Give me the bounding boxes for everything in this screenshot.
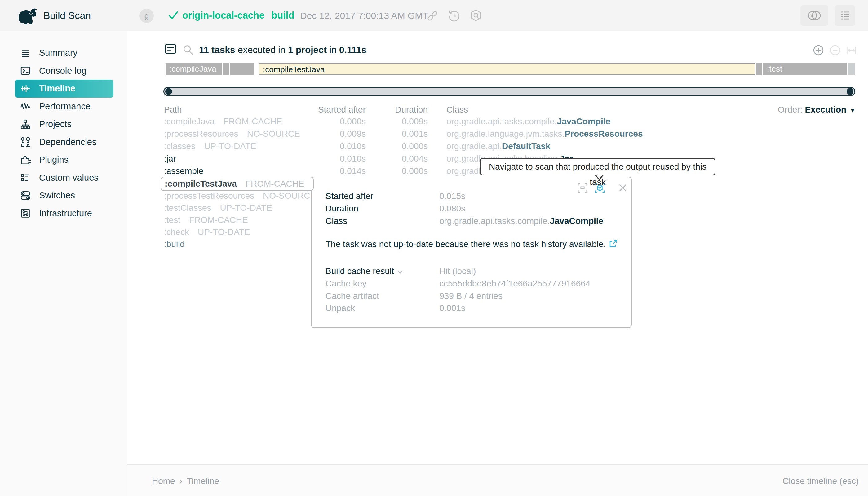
- app-title: Build Scan: [43, 10, 91, 21]
- col-duration: Duration: [372, 105, 428, 115]
- task-bar-compileJava[interactable]: :compileJava: [166, 63, 222, 75]
- timeline-range-slider[interactable]: [164, 87, 855, 96]
- table-header: Path Started after Duration Class Order:…: [164, 105, 868, 116]
- table-row[interactable]: :classesUP-TO-DATE 0.010s0.000s org.grad…: [164, 140, 868, 153]
- build-name: origin-local-cache: [182, 10, 264, 21]
- task-bar-segment[interactable]: [756, 63, 762, 75]
- tooltip: Navigate to scan that produced the outpu…: [480, 158, 715, 175]
- sidebar-item-switches[interactable]: Switches: [15, 187, 113, 205]
- history-icon[interactable]: [447, 9, 461, 23]
- panel-field-unpack: Unpack 0.001s: [326, 303, 625, 313]
- panel-field-duration: Duration 0.080s: [326, 203, 625, 214]
- panel-field-class: Class org.gradle.api.tasks.compile.JavaC…: [326, 216, 625, 226]
- page-title: 11 tasks executed in 1 project in 0.111s: [199, 45, 367, 55]
- table-row[interactable]: :compileJavaFROM-CACHE 0.000s0.009s org.…: [164, 115, 868, 128]
- zoom-out-icon[interactable]: [830, 45, 841, 56]
- task-bar-compileTestJava-selected[interactable]: :compileTestJava: [259, 63, 755, 75]
- switches-icon: [20, 190, 31, 201]
- infrastructure-icon: [20, 208, 31, 219]
- task-list-icon: [164, 43, 177, 55]
- gradle-elephant-logo: [17, 5, 38, 25]
- avatar[interactable]: g: [140, 9, 154, 23]
- status-badge: FROM-CACHE: [246, 179, 305, 188]
- task-detail-panel: Started after 0.015s Duration 0.080s Cla…: [311, 177, 632, 328]
- task-bar-segment[interactable]: [223, 63, 229, 75]
- breadcrumb-current: Timeline: [187, 476, 219, 486]
- panel-field-started-after: Started after 0.015s: [326, 191, 625, 202]
- sidebar-item-custom-values[interactable]: Custom values: [15, 169, 113, 187]
- sidebar-item-infrastructure[interactable]: Infrastructure: [15, 205, 113, 222]
- sidebar-item-dependencies[interactable]: Dependencies: [15, 133, 113, 151]
- build-timestamp: Dec 12, 2017 7:00:13 AM GMT: [300, 11, 429, 21]
- sidebar-item-console-log[interactable]: Console log: [15, 62, 113, 80]
- share-link-icon[interactable]: [425, 9, 439, 23]
- close-timeline-link[interactable]: Close timeline (esc): [782, 476, 859, 486]
- scan-search-icon[interactable]: [469, 9, 483, 23]
- task-bar-segment[interactable]: [848, 63, 855, 75]
- task-outcome-note: The task was not up-to-date because ther…: [326, 239, 617, 249]
- compare-scans-button[interactable]: A: [801, 5, 828, 26]
- status-badge: FROM-CACHE: [223, 117, 282, 126]
- summary-icon: [20, 47, 31, 59]
- chevron-down-icon[interactable]: [398, 270, 403, 274]
- sidebar-item-timeline[interactable]: Timeline: [15, 80, 113, 98]
- sidebar-item-projects[interactable]: Projects: [15, 115, 113, 133]
- build-task: build: [271, 10, 294, 21]
- dependencies-icon: [20, 136, 31, 148]
- build-success-check-icon: [168, 11, 179, 20]
- build-name-link[interactable]: origin-local-cachebuild: [182, 10, 294, 21]
- order-dropdown[interactable]: Order:Execution▼: [778, 105, 856, 115]
- svg-text:A: A: [811, 13, 814, 18]
- panel-field-cache-artifact: Cache artifact 939 B / 4 entries: [326, 291, 625, 301]
- timeline-view: 11 tasks executed in 1 project in 0.111s…: [127, 31, 868, 464]
- status-badge: UP-TO-DATE: [220, 203, 273, 213]
- task-bar-segment[interactable]: [230, 63, 254, 75]
- breadcrumb: Home›Timeline: [152, 476, 219, 486]
- sidebar-item-plugins[interactable]: Plugins: [15, 151, 113, 169]
- projects-icon: [20, 119, 31, 130]
- chevron-down-icon: ▼: [849, 107, 856, 114]
- status-badge: UP-TO-DATE: [204, 141, 257, 151]
- breadcrumb-separator: ›: [180, 476, 182, 486]
- selected-task-row[interactable]: :compileTestJavaFROM-CACHE: [160, 177, 314, 191]
- external-link-icon[interactable]: [606, 239, 617, 249]
- performance-icon: [20, 101, 31, 112]
- top-bar: Build Scan g origin-local-cachebuild Dec…: [0, 0, 868, 31]
- fit-width-icon[interactable]: [846, 45, 857, 56]
- breadcrumb-home[interactable]: Home: [152, 476, 175, 486]
- col-started-after: Started after: [288, 105, 366, 115]
- col-class: Class: [446, 105, 468, 115]
- sidebar-item-performance[interactable]: Performance: [15, 98, 113, 115]
- custom-values-icon: [20, 172, 31, 183]
- col-path: Path: [164, 105, 182, 114]
- panel-field-cache-key: Cache key cc555ddbe8eb74f1e66a2557779166…: [326, 278, 625, 289]
- zoom-in-icon[interactable]: [813, 45, 824, 56]
- search-icon[interactable]: [182, 44, 194, 56]
- plugins-icon: [20, 154, 31, 166]
- panel-field-cache-result: Build cache result Hit (local): [326, 266, 625, 277]
- slider-handle-right[interactable]: [847, 88, 853, 95]
- sidebar-item-summary[interactable]: Summary: [15, 44, 113, 62]
- console-icon: [20, 65, 31, 76]
- status-badge: UP-TO-DATE: [198, 227, 250, 237]
- footer-bar: Home›Timeline Close timeline (esc): [127, 464, 868, 496]
- task-bar-test[interactable]: :test: [763, 63, 847, 75]
- table-row[interactable]: :processResourcesNO-SOURCE 0.009s0.001s …: [164, 128, 868, 140]
- sidebar-nav: Summary Console log Timeline Performance…: [0, 31, 127, 496]
- status-badge: FROM-CACHE: [189, 215, 248, 225]
- scan-list-button[interactable]: [835, 5, 855, 26]
- timeline-icon: [20, 83, 31, 94]
- slider-handle-left[interactable]: [165, 88, 172, 95]
- status-badge: NO-SOURCE: [263, 191, 316, 201]
